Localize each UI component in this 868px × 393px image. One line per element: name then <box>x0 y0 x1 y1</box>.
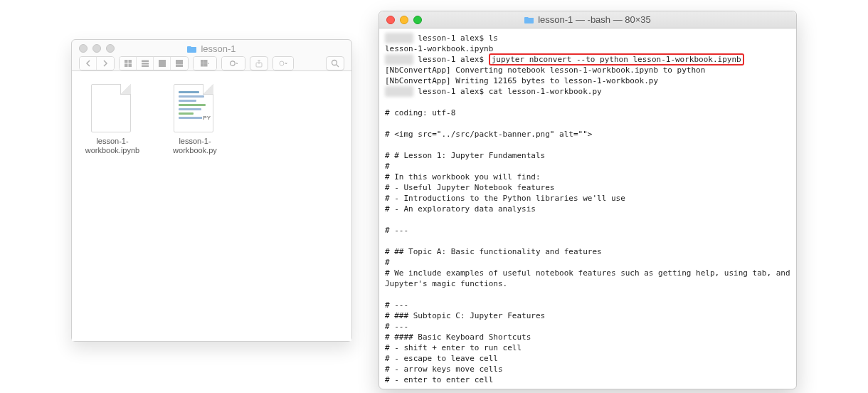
folder-icon <box>524 16 534 23</box>
close-button[interactable] <box>79 44 88 53</box>
svg-rect-11 <box>176 65 178 67</box>
file-name: lesson-1-workbook.ipynb <box>80 137 144 155</box>
close-button[interactable] <box>386 16 395 24</box>
view-icons-button[interactable] <box>120 57 137 70</box>
view-buttons <box>119 56 189 70</box>
svg-rect-0 <box>125 60 127 63</box>
svg-rect-16 <box>201 63 203 66</box>
tag-button[interactable] <box>273 57 293 70</box>
finder-titlebar: lesson-1 <box>72 40 351 71</box>
action-button-group <box>221 56 245 70</box>
forward-button[interactable] <box>97 57 114 70</box>
finder-content: lesson-1-workbook.ipynb PY le <box>72 71 351 341</box>
maximize-button[interactable] <box>106 44 115 53</box>
svg-rect-15 <box>204 60 207 63</box>
prompt: lesson-1 alex$ <box>413 87 489 96</box>
svg-rect-14 <box>201 60 203 63</box>
svg-rect-12 <box>179 65 181 67</box>
svg-rect-4 <box>142 61 149 62</box>
finder-window: lesson-1 <box>71 39 352 342</box>
svg-rect-2 <box>125 64 127 67</box>
nav-buttons <box>79 56 115 70</box>
svg-rect-5 <box>142 63 149 64</box>
redacted-hostname: ██████ <box>385 86 413 97</box>
tag-button-group <box>272 56 294 70</box>
maximize-button[interactable] <box>413 16 422 24</box>
finder-toolbar <box>72 56 351 70</box>
back-button[interactable] <box>80 57 97 70</box>
svg-rect-10 <box>176 60 183 64</box>
terminal-titlebar: lesson-1 — -bash — 80×35 <box>379 11 796 28</box>
file-icon <box>91 84 134 134</box>
minimize-button[interactable] <box>92 44 101 53</box>
file-icon: PY <box>174 84 216 134</box>
search-button[interactable] <box>326 56 344 70</box>
minimize-button[interactable] <box>400 16 408 24</box>
output-line: [NbConvertApp] Converting notebook lesso… <box>385 66 705 75</box>
folder-icon <box>187 45 197 53</box>
view-gallery-button[interactable] <box>171 57 188 70</box>
svg-rect-6 <box>142 66 149 67</box>
output-body: # coding: utf-8 # <img src="../src/packt… <box>385 108 795 384</box>
svg-rect-9 <box>164 60 166 67</box>
file-extension-badge: PY <box>202 115 211 121</box>
command-text: cat lesson-1-workbook.py <box>489 87 602 96</box>
output-line: [NbConvertApp] Writing 12165 bytes to le… <box>385 76 658 85</box>
svg-point-21 <box>332 60 337 65</box>
file-item[interactable]: lesson-1-workbook.ipynb <box>80 84 144 155</box>
terminal-body[interactable]: ██████ lesson-1 alex$ ls lesson-1-workbo… <box>379 28 796 389</box>
share-button[interactable] <box>250 56 268 70</box>
redacted-hostname: ██████ <box>385 54 413 65</box>
arrange-button-group <box>193 56 217 70</box>
action-button[interactable] <box>222 57 245 70</box>
view-list-button[interactable] <box>137 57 154 70</box>
redacted-hostname: ██████ <box>385 33 413 43</box>
file-item[interactable]: PY lesson-1-workbook.py <box>163 84 227 155</box>
finder-traffic-lights[interactable] <box>79 44 115 53</box>
terminal-title-text: lesson-1 — -bash — 80×35 <box>538 14 651 25</box>
view-columns-button[interactable] <box>154 57 171 70</box>
terminal-traffic-lights[interactable] <box>386 16 422 24</box>
prompt: lesson-1 alex$ <box>413 55 489 64</box>
file-name: lesson-1-workbook.py <box>163 137 227 155</box>
terminal-title: lesson-1 — -bash — 80×35 <box>379 14 796 25</box>
svg-point-20 <box>280 61 284 66</box>
highlighted-command: jupyter nbconvert --to python lesson-1-w… <box>489 53 744 66</box>
svg-rect-7 <box>159 60 161 67</box>
svg-rect-1 <box>129 60 132 63</box>
command-text: jupyter nbconvert --to python lesson-1-w… <box>492 55 741 64</box>
terminal-window: lesson-1 — -bash — 80×35 ██████ lesson-1… <box>379 11 797 389</box>
finder-title-text: lesson-1 <box>201 43 235 54</box>
arrange-button[interactable] <box>194 57 216 70</box>
svg-rect-13 <box>181 65 183 67</box>
output-line: lesson-1-workbook.ipynb <box>385 44 493 53</box>
svg-rect-8 <box>161 60 163 67</box>
command-text: ls <box>489 33 498 43</box>
svg-rect-3 <box>129 64 132 67</box>
svg-rect-17 <box>204 63 207 66</box>
prompt: lesson-1 alex$ <box>413 33 489 43</box>
